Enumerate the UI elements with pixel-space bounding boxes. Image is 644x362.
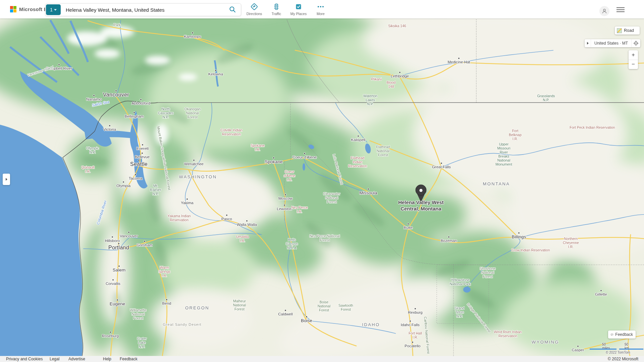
locate-icon — [633, 41, 639, 46]
map-breadcrumb: United States · MT — [585, 39, 640, 47]
chevron-right-icon — [587, 42, 589, 45]
nav-label: Traffic — [272, 12, 281, 16]
breadcrumb-separator: · — [620, 41, 621, 46]
dropdown-caret-icon — [54, 9, 57, 11]
more-icon — [317, 3, 325, 11]
feedback-bubble-icon — [611, 333, 613, 337]
route-stop-number: 1 — [50, 7, 53, 12]
footer-link-legal[interactable]: Legal — [50, 357, 59, 361]
bing-maps-app: ParkKamloopsCampbell RiverKelownaVancouv… — [0, 0, 644, 362]
search-bar: 1 — [45, 3, 241, 16]
breadcrumb-region: MT — [622, 41, 628, 46]
feedback-label: Feedback — [615, 332, 633, 337]
traffic-icon — [272, 3, 280, 11]
map-style-thumbnail-icon — [617, 28, 622, 33]
account-button[interactable] — [599, 6, 609, 16]
top-nav: Directions Traffic My Places — [246, 3, 329, 16]
map-style-label: Road — [624, 28, 634, 33]
more-button[interactable]: More — [312, 3, 329, 16]
footer-link-help[interactable]: Help — [103, 357, 111, 361]
footer-link-feedback[interactable]: Feedback — [120, 357, 138, 361]
route-stop-badge[interactable]: 1 — [46, 4, 61, 15]
directions-icon — [250, 3, 258, 11]
search-icon — [229, 6, 236, 13]
breadcrumb-country: United States — [594, 41, 619, 46]
my-places-icon — [294, 3, 303, 11]
search-input[interactable] — [61, 7, 228, 13]
traffic-button[interactable]: Traffic — [268, 3, 285, 16]
breadcrumb-text[interactable]: United States · MT — [591, 41, 631, 46]
zoom-controls: + − — [629, 50, 638, 69]
nav-label: More — [317, 12, 325, 16]
search-button[interactable] — [228, 5, 237, 15]
footer-bar: Privacy and Cookies Legal Advertise Help… — [0, 356, 644, 362]
map-style-button[interactable]: Road — [615, 26, 640, 35]
zoom-in-button[interactable]: + — [629, 50, 638, 60]
nav-label: Directions — [247, 12, 262, 16]
locate-me-button[interactable] — [631, 39, 640, 47]
footer-link-privacy[interactable]: Privacy and Cookies — [6, 357, 43, 361]
footer-link-advertise[interactable]: Advertise — [68, 357, 85, 361]
map-canvas[interactable] — [0, 0, 644, 362]
map-attribution: © 2022 TomTom — [606, 351, 630, 354]
footer-copyright: © 2022 Microsoft — [608, 357, 638, 361]
nav-label: My Places — [290, 12, 307, 16]
breadcrumb-expand-button[interactable] — [585, 39, 591, 47]
top-bar: Microsoft Bing 1 Directions — [0, 0, 644, 18]
hamburger-icon — [616, 7, 625, 8]
my-places-button[interactable]: My Places — [290, 3, 307, 16]
chevron-right-icon — [6, 178, 7, 181]
directions-button[interactable]: Directions — [246, 3, 263, 16]
hamburger-menu-button[interactable] — [616, 7, 625, 12]
pin-label: Helena Valley West Central, Montana — [398, 199, 444, 212]
zoom-out-button[interactable]: − — [629, 60, 638, 69]
microsoft-logo-icon — [10, 6, 16, 12]
map-feedback-button[interactable]: Feedback — [608, 330, 636, 339]
person-icon — [601, 8, 607, 14]
expand-panel-button[interactable] — [3, 174, 10, 185]
